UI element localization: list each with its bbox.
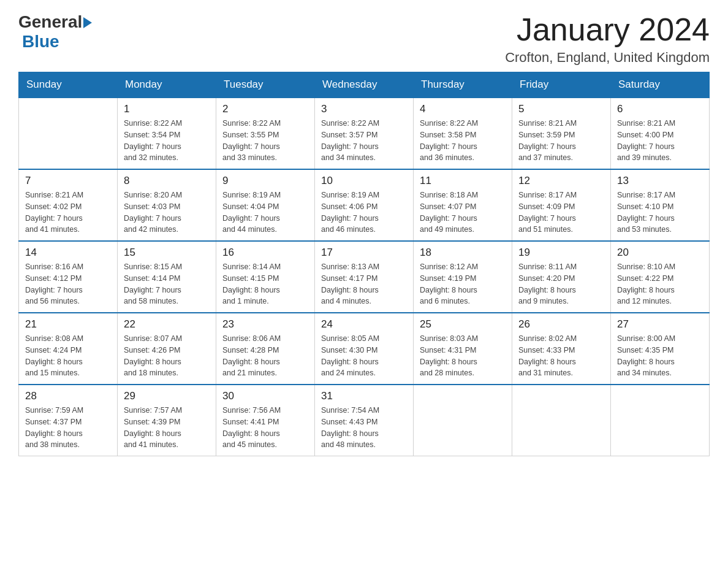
day-number: 5 xyxy=(518,103,604,115)
calendar-cell: 28Sunrise: 7:59 AM Sunset: 4:37 PM Dayli… xyxy=(19,385,118,456)
month-title: January 2024 xyxy=(505,12,710,47)
day-number: 31 xyxy=(321,390,407,402)
calendar-cell: 7Sunrise: 8:21 AM Sunset: 4:02 PM Daylig… xyxy=(19,169,118,241)
calendar-cell: 18Sunrise: 8:12 AM Sunset: 4:19 PM Dayli… xyxy=(414,241,512,313)
title-area: January 2024 Crofton, England, United Ki… xyxy=(505,12,710,66)
calendar-cell: 16Sunrise: 8:14 AM Sunset: 4:15 PM Dayli… xyxy=(216,241,315,313)
calendar-cell: 13Sunrise: 8:17 AM Sunset: 4:10 PM Dayli… xyxy=(611,169,710,241)
calendar-cell: 9Sunrise: 8:19 AM Sunset: 4:04 PM Daylig… xyxy=(216,169,315,241)
logo-general-text: General xyxy=(18,12,82,32)
day-header-sunday: Sunday xyxy=(19,72,118,98)
calendar-cell: 24Sunrise: 8:05 AM Sunset: 4:30 PM Dayli… xyxy=(315,313,414,385)
calendar-cell: 26Sunrise: 8:02 AM Sunset: 4:33 PM Dayli… xyxy=(512,313,611,385)
calendar-cell xyxy=(19,98,118,169)
day-number: 6 xyxy=(617,103,703,115)
day-info: Sunrise: 8:18 AM Sunset: 4:07 PM Dayligh… xyxy=(420,190,506,236)
day-info: Sunrise: 8:08 AM Sunset: 4:24 PM Dayligh… xyxy=(25,333,111,379)
calendar-cell: 12Sunrise: 8:17 AM Sunset: 4:09 PM Dayli… xyxy=(512,169,611,241)
day-number: 22 xyxy=(124,318,210,331)
day-info: Sunrise: 8:14 AM Sunset: 4:15 PM Dayligh… xyxy=(222,261,308,307)
calendar-cell: 30Sunrise: 7:56 AM Sunset: 4:41 PM Dayli… xyxy=(216,385,315,456)
calendar-cell: 10Sunrise: 8:19 AM Sunset: 4:06 PM Dayli… xyxy=(315,169,414,241)
day-info: Sunrise: 8:13 AM Sunset: 4:17 PM Dayligh… xyxy=(321,261,407,307)
day-number: 23 xyxy=(222,318,308,331)
day-number: 13 xyxy=(617,175,703,187)
page-header: General Blue January 2024 Crofton, Engla… xyxy=(18,12,710,66)
day-header-saturday: Saturday xyxy=(611,72,710,98)
day-number: 11 xyxy=(420,175,506,187)
week-row-5: 28Sunrise: 7:59 AM Sunset: 4:37 PM Dayli… xyxy=(19,385,710,456)
calendar-cell: 19Sunrise: 8:11 AM Sunset: 4:20 PM Dayli… xyxy=(512,241,611,313)
day-number: 19 xyxy=(518,247,604,259)
week-row-4: 21Sunrise: 8:08 AM Sunset: 4:24 PM Dayli… xyxy=(19,313,710,385)
day-info: Sunrise: 8:17 AM Sunset: 4:09 PM Dayligh… xyxy=(518,190,604,236)
day-number: 25 xyxy=(420,318,506,331)
logo-blue-text: Blue xyxy=(22,32,59,52)
calendar-cell xyxy=(611,385,710,456)
day-number: 18 xyxy=(420,247,506,259)
day-number: 12 xyxy=(518,175,604,187)
day-info: Sunrise: 7:54 AM Sunset: 4:43 PM Dayligh… xyxy=(321,405,407,451)
calendar-cell: 25Sunrise: 8:03 AM Sunset: 4:31 PM Dayli… xyxy=(414,313,512,385)
calendar-cell: 4Sunrise: 8:22 AM Sunset: 3:58 PM Daylig… xyxy=(414,98,512,169)
day-number: 14 xyxy=(25,247,111,259)
week-row-3: 14Sunrise: 8:16 AM Sunset: 4:12 PM Dayli… xyxy=(19,241,710,313)
day-number: 1 xyxy=(124,103,210,115)
day-number: 4 xyxy=(420,103,506,115)
day-header-thursday: Thursday xyxy=(414,72,512,98)
svg-marker-0 xyxy=(83,17,92,28)
calendar-header-row: SundayMondayTuesdayWednesdayThursdayFrid… xyxy=(19,72,710,98)
day-header-monday: Monday xyxy=(118,72,216,98)
day-info: Sunrise: 8:20 AM Sunset: 4:03 PM Dayligh… xyxy=(124,190,210,236)
day-info: Sunrise: 8:16 AM Sunset: 4:12 PM Dayligh… xyxy=(25,261,111,307)
calendar-cell: 2Sunrise: 8:22 AM Sunset: 3:55 PM Daylig… xyxy=(216,98,315,169)
day-number: 17 xyxy=(321,247,407,259)
location-title: Crofton, England, United Kingdom xyxy=(505,50,710,66)
day-header-friday: Friday xyxy=(512,72,611,98)
day-number: 15 xyxy=(124,247,210,259)
day-info: Sunrise: 8:21 AM Sunset: 3:59 PM Dayligh… xyxy=(518,118,604,164)
calendar-cell: 5Sunrise: 8:21 AM Sunset: 3:59 PM Daylig… xyxy=(512,98,611,169)
day-info: Sunrise: 8:22 AM Sunset: 3:57 PM Dayligh… xyxy=(321,118,407,164)
calendar-cell: 8Sunrise: 8:20 AM Sunset: 4:03 PM Daylig… xyxy=(118,169,216,241)
calendar-cell: 15Sunrise: 8:15 AM Sunset: 4:14 PM Dayli… xyxy=(118,241,216,313)
day-number: 24 xyxy=(321,318,407,331)
day-info: Sunrise: 8:21 AM Sunset: 4:02 PM Dayligh… xyxy=(25,190,111,236)
calendar-cell: 11Sunrise: 8:18 AM Sunset: 4:07 PM Dayli… xyxy=(414,169,512,241)
day-info: Sunrise: 8:15 AM Sunset: 4:14 PM Dayligh… xyxy=(124,261,210,307)
calendar-cell: 29Sunrise: 7:57 AM Sunset: 4:39 PM Dayli… xyxy=(118,385,216,456)
calendar-cell xyxy=(414,385,512,456)
calendar-cell: 22Sunrise: 8:07 AM Sunset: 4:26 PM Dayli… xyxy=(118,313,216,385)
day-info: Sunrise: 8:22 AM Sunset: 3:58 PM Dayligh… xyxy=(420,118,506,164)
calendar-cell: 20Sunrise: 8:10 AM Sunset: 4:22 PM Dayli… xyxy=(611,241,710,313)
day-info: Sunrise: 8:22 AM Sunset: 3:55 PM Dayligh… xyxy=(222,118,308,164)
day-info: Sunrise: 8:02 AM Sunset: 4:33 PM Dayligh… xyxy=(518,333,604,379)
day-info: Sunrise: 8:22 AM Sunset: 3:54 PM Dayligh… xyxy=(124,118,210,164)
day-info: Sunrise: 8:05 AM Sunset: 4:30 PM Dayligh… xyxy=(321,333,407,379)
day-info: Sunrise: 8:03 AM Sunset: 4:31 PM Dayligh… xyxy=(420,333,506,379)
day-info: Sunrise: 8:12 AM Sunset: 4:19 PM Dayligh… xyxy=(420,261,506,307)
week-row-1: 1Sunrise: 8:22 AM Sunset: 3:54 PM Daylig… xyxy=(19,98,710,169)
calendar-cell: 21Sunrise: 8:08 AM Sunset: 4:24 PM Dayli… xyxy=(19,313,118,385)
week-row-2: 7Sunrise: 8:21 AM Sunset: 4:02 PM Daylig… xyxy=(19,169,710,241)
day-number: 7 xyxy=(25,175,111,187)
logo-arrow-icon xyxy=(83,16,94,29)
calendar-cell: 27Sunrise: 8:00 AM Sunset: 4:35 PM Dayli… xyxy=(611,313,710,385)
day-number: 21 xyxy=(25,318,111,331)
calendar-cell: 14Sunrise: 8:16 AM Sunset: 4:12 PM Dayli… xyxy=(19,241,118,313)
calendar-table: SundayMondayTuesdayWednesdayThursdayFrid… xyxy=(18,72,710,456)
day-number: 30 xyxy=(222,390,308,402)
day-info: Sunrise: 8:10 AM Sunset: 4:22 PM Dayligh… xyxy=(617,261,703,307)
day-number: 2 xyxy=(222,103,308,115)
day-number: 20 xyxy=(617,247,703,259)
day-number: 16 xyxy=(222,247,308,259)
day-info: Sunrise: 8:21 AM Sunset: 4:00 PM Dayligh… xyxy=(617,118,703,164)
calendar-cell: 3Sunrise: 8:22 AM Sunset: 3:57 PM Daylig… xyxy=(315,98,414,169)
day-number: 8 xyxy=(124,175,210,187)
day-number: 27 xyxy=(617,318,703,331)
calendar-cell: 17Sunrise: 8:13 AM Sunset: 4:17 PM Dayli… xyxy=(315,241,414,313)
day-info: Sunrise: 8:19 AM Sunset: 4:04 PM Dayligh… xyxy=(222,190,308,236)
day-number: 29 xyxy=(124,390,210,402)
logo: General Blue xyxy=(18,12,94,52)
calendar-cell: 23Sunrise: 8:06 AM Sunset: 4:28 PM Dayli… xyxy=(216,313,315,385)
